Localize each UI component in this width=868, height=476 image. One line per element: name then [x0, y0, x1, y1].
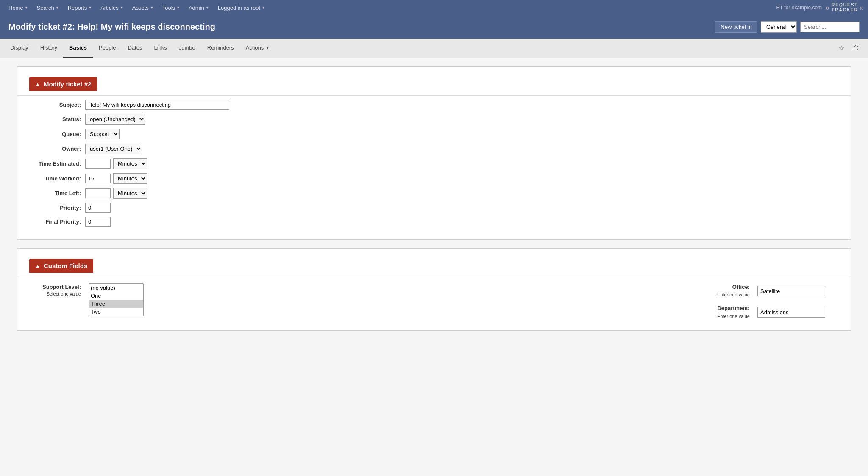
nav-home-arrow: ▼ — [25, 6, 28, 10]
final-priority-label: Final Priority: — [26, 219, 81, 225]
department-sublabel: Enter one value — [717, 314, 750, 319]
support-level-sublabel: Select one value — [26, 291, 81, 297]
nav-search[interactable]: Search ▼ — [33, 0, 64, 15]
time-worked-row: Time Worked: Minutes Hours Days — [26, 173, 842, 184]
priority-label: Priority: — [26, 205, 81, 211]
support-level-label: Support Level: Select one value — [26, 283, 81, 298]
modify-section-content: Subject: Status: open (Unchanged) new op… — [17, 95, 851, 239]
nav-admin[interactable]: Admin ▼ — [184, 0, 214, 15]
queue-label: Queue: — [26, 131, 81, 137]
time-estimated-controls: Minutes Hours Days — [85, 158, 147, 169]
department-input[interactable] — [757, 307, 825, 318]
nav-user[interactable]: Logged in as root ▼ — [214, 0, 270, 15]
time-left-row: Time Left: Minutes Hours Days — [26, 188, 842, 199]
time-estimated-label: Time Estimated: — [26, 161, 81, 167]
office-label: Office: Enter one value — [695, 283, 750, 299]
tab-history[interactable]: History — [34, 39, 63, 58]
nav-home[interactable]: Home ▼ — [4, 0, 33, 15]
rt-logo-arrows-right-icon: « — [859, 3, 864, 12]
top-navigation: Home ▼ Search ▼ Reports ▼ Articles ▼ Ass… — [0, 0, 868, 15]
time-estimated-row: Time Estimated: Minutes Hours Days — [26, 158, 842, 169]
ticket-queue-select[interactable]: Support General — [85, 129, 120, 139]
final-priority-row: Final Priority: — [26, 217, 842, 227]
nav-reports[interactable]: Reports ▼ — [64, 0, 96, 15]
time-left-controls: Minutes Hours Days — [85, 188, 147, 199]
office-input[interactable] — [757, 286, 825, 296]
custom-fields-collapse-icon: ▲ — [35, 263, 40, 269]
star-icon[interactable]: ☆ — [834, 44, 849, 52]
tab-people[interactable]: People — [93, 39, 122, 58]
subject-input[interactable] — [85, 100, 229, 110]
queue-row: Queue: Support General — [26, 129, 842, 139]
rt-logo-text: REQUESTTRACKER — [832, 3, 858, 13]
nav-reports-arrow: ▼ — [88, 6, 92, 10]
nav-tools[interactable]: Tools ▼ — [158, 0, 184, 15]
modify-section-header-row: ▲ Modify ticket #2 — [17, 67, 851, 91]
collapse-icon: ▲ — [35, 81, 40, 87]
owner-label: Owner: — [26, 146, 81, 152]
time-worked-input[interactable] — [85, 174, 111, 183]
modify-section-header[interactable]: ▲ Modify ticket #2 — [29, 77, 97, 91]
subject-row: Subject: — [26, 100, 842, 110]
nav-articles[interactable]: Articles ▼ — [96, 0, 128, 15]
custom-fields-header-row: ▲ Custom Fields — [17, 249, 851, 273]
timer-icon[interactable]: ⏱ — [849, 44, 864, 52]
tab-bar: Display History Basics People Dates Link… — [0, 39, 868, 58]
time-worked-unit-select[interactable]: Minutes Hours Days — [113, 173, 147, 184]
time-worked-controls: Minutes Hours Days — [85, 173, 147, 184]
search-input[interactable] — [800, 22, 860, 32]
support-level-listbox[interactable]: (no value) One Three Two — [89, 283, 144, 316]
time-estimated-input[interactable] — [85, 159, 111, 169]
nav-user-arrow: ▼ — [262, 6, 265, 10]
rt-label: RT for example.com — [776, 5, 822, 11]
tab-basics[interactable]: Basics — [63, 39, 93, 58]
owner-row: Owner: user1 (User One) Nobody root — [26, 144, 842, 154]
nav-admin-arrow: ▼ — [206, 6, 209, 10]
rt-logo: » REQUESTTRACKER « — [825, 3, 864, 13]
nav-tools-arrow: ▼ — [176, 6, 180, 10]
time-estimated-unit-select[interactable]: Minutes Hours Days — [113, 158, 147, 169]
status-label: Status: — [26, 116, 81, 122]
tab-jumbo[interactable]: Jumbo — [173, 39, 201, 58]
actions-chevron-icon: ▼ — [265, 45, 270, 50]
department-field: Department: Enter one value — [695, 304, 825, 320]
subject-label: Subject: — [26, 102, 81, 108]
final-priority-input[interactable] — [85, 217, 111, 227]
custom-fields-section: ▲ Custom Fields Support Level: Select on… — [17, 248, 851, 331]
rt-logo-arrows-icon: » — [825, 3, 830, 12]
queue-select[interactable]: General — [761, 21, 797, 33]
owner-select[interactable]: user1 (User One) Nobody root — [85, 144, 142, 154]
tab-links[interactable]: Links — [148, 39, 172, 58]
page-title: Modify ticket #2: Help! My wifi keeps di… — [8, 22, 215, 32]
nav-assets[interactable]: Assets ▼ — [128, 0, 158, 15]
new-ticket-button[interactable]: New ticket in — [715, 21, 757, 33]
support-level-field: Support Level: Select one value (no valu… — [26, 283, 144, 316]
custom-fields-title: Custom Fields — [44, 262, 87, 269]
department-label: Department: Enter one value — [695, 304, 750, 320]
time-left-label: Time Left: — [26, 190, 81, 196]
status-select[interactable]: open (Unchanged) new open stalled resolv… — [85, 114, 145, 125]
nav-search-arrow: ▼ — [56, 6, 59, 10]
priority-input[interactable] — [85, 203, 111, 213]
tab-dates[interactable]: Dates — [122, 39, 148, 58]
office-sublabel: Enter one value — [717, 292, 750, 297]
tab-display[interactable]: Display — [4, 39, 34, 58]
support-level-option-none: (no value) — [89, 284, 143, 292]
modify-ticket-section: ▲ Modify ticket #2 Subject: Status: open… — [17, 66, 851, 240]
tab-reminders[interactable]: Reminders — [201, 39, 240, 58]
time-worked-label: Time Worked: — [26, 175, 81, 182]
custom-fields-section-header[interactable]: ▲ Custom Fields — [29, 259, 93, 273]
office-field: Office: Enter one value — [695, 283, 825, 299]
support-level-option-two: Two — [89, 308, 143, 316]
status-row: Status: open (Unchanged) new open stalle… — [26, 114, 842, 125]
title-bar: Modify ticket #2: Help! My wifi keeps di… — [0, 15, 868, 39]
nav-assets-arrow: ▼ — [150, 6, 154, 10]
tab-actions[interactable]: Actions ▼ — [240, 39, 276, 58]
time-left-unit-select[interactable]: Minutes Hours Days — [113, 188, 147, 199]
title-controls: New ticket in General — [715, 21, 860, 33]
priority-row: Priority: — [26, 203, 842, 213]
right-custom-fields: Office: Enter one value Department: Ente… — [695, 283, 842, 320]
main-content: ▲ Modify ticket #2 Subject: Status: open… — [0, 58, 868, 476]
time-left-input[interactable] — [85, 188, 111, 198]
modify-section-title: Modify ticket #2 — [44, 80, 92, 88]
